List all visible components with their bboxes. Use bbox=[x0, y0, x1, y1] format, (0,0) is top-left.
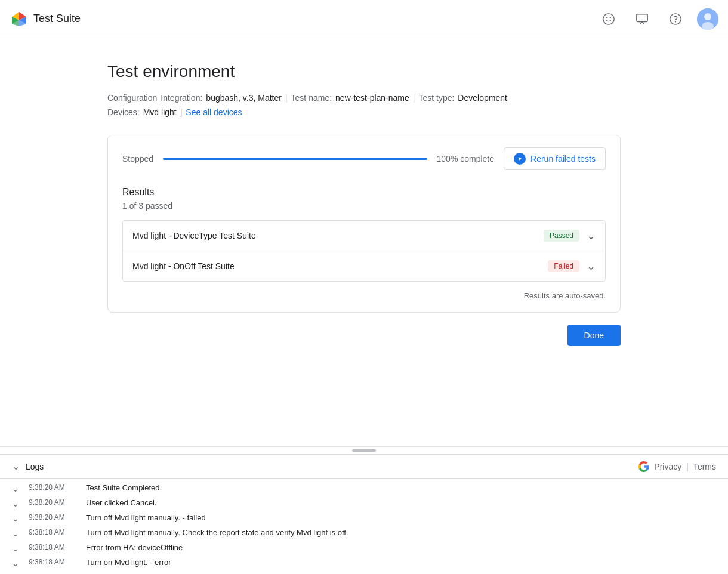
progress-bar-fill bbox=[163, 158, 427, 160]
links-separator: | bbox=[686, 462, 689, 471]
log-chevron-icon: ⌄ bbox=[12, 514, 19, 523]
devices-row: Devices: Mvd light | See all devices bbox=[107, 107, 621, 117]
status-badge: Failed bbox=[548, 260, 579, 272]
status-badge: Passed bbox=[544, 230, 579, 242]
chevron-down-icon: ⌄ bbox=[587, 260, 596, 273]
svg-point-5 bbox=[670, 13, 681, 24]
log-time: 9:38:20 AM bbox=[29, 483, 76, 492]
main-content: Test environment Configuration Integrati… bbox=[0, 38, 728, 455]
test-name: Mvd light - DeviceType Test Suite bbox=[132, 231, 256, 240]
log-time: 9:38:18 AM bbox=[29, 558, 76, 566]
integration-label: Integration: bbox=[161, 93, 202, 103]
results-section: Results 1 of 3 passed Mvd light - Device… bbox=[122, 184, 606, 282]
drag-handle bbox=[352, 449, 376, 452]
log-message: Turn off Mvd light manually. Check the r… bbox=[86, 528, 348, 537]
see-all-devices-link[interactable]: See all devices bbox=[186, 107, 242, 117]
devices-sep: | bbox=[180, 107, 183, 117]
log-row[interactable]: ⌄ 9:38:18 AM Error from HA: deviceOfflin… bbox=[0, 541, 728, 556]
page-title: Test environment bbox=[107, 62, 621, 81]
play-icon bbox=[514, 153, 526, 165]
done-button[interactable]: Done bbox=[567, 325, 621, 346]
log-message: Test Suite Completed. bbox=[86, 483, 162, 492]
app-header: Test Suite bbox=[0, 0, 728, 38]
test-item-right: Failed ⌄ bbox=[548, 260, 596, 273]
logs-panel: ⌄ Logs Privacy | Terms ⌄ 9:38:20 AM Test… bbox=[0, 446, 728, 574]
google-logo-icon bbox=[638, 461, 649, 472]
test-type-label: Test type: bbox=[418, 93, 454, 103]
progress-section: Stopped 100% complete Rerun failed tests bbox=[122, 147, 606, 170]
progress-percent: 100% complete bbox=[437, 154, 495, 163]
progress-card: Stopped 100% complete Rerun failed tests… bbox=[107, 135, 621, 313]
chevron-down-icon: ⌄ bbox=[587, 229, 596, 242]
sep1: | bbox=[285, 93, 288, 103]
log-chevron-icon: ⌄ bbox=[12, 558, 19, 568]
app-title: Test Suite bbox=[33, 13, 81, 25]
app-logo-icon bbox=[10, 10, 29, 29]
test-type-value: Development bbox=[458, 93, 507, 103]
results-count: 1 of 3 passed bbox=[122, 201, 606, 211]
log-message: Turn off Mvd light manually. - failed bbox=[86, 513, 206, 522]
terms-link[interactable]: Terms bbox=[693, 462, 716, 471]
log-time: 9:38:20 AM bbox=[29, 513, 76, 521]
logs-header: ⌄ Logs Privacy | Terms bbox=[0, 455, 728, 479]
logs-header-left: ⌄ Logs bbox=[12, 461, 44, 472]
logs-content: ⌄ 9:38:20 AM Test Suite Completed. ⌄ 9:3… bbox=[0, 479, 728, 574]
log-chevron-icon: ⌄ bbox=[12, 529, 19, 538]
config-row: Configuration Integration: bugbash, v.3,… bbox=[107, 93, 621, 103]
header-left: Test Suite bbox=[10, 10, 81, 29]
test-item[interactable]: Mvd light - OnOff Test Suite Failed ⌄ bbox=[123, 251, 605, 281]
content-wrapper: Test environment Configuration Integrati… bbox=[95, 38, 633, 370]
privacy-link[interactable]: Privacy bbox=[654, 462, 681, 471]
test-item[interactable]: Mvd light - DeviceType Test Suite Passed… bbox=[123, 221, 605, 251]
devices-value: Mvd light bbox=[143, 107, 177, 117]
log-chevron-icon: ⌄ bbox=[12, 484, 19, 493]
svg-point-8 bbox=[704, 13, 711, 20]
drag-bar[interactable] bbox=[0, 447, 728, 455]
user-avatar[interactable] bbox=[697, 8, 718, 30]
rerun-failed-tests-button[interactable]: Rerun failed tests bbox=[504, 147, 606, 170]
svg-point-1 bbox=[603, 13, 614, 24]
progress-bar-container bbox=[163, 158, 427, 160]
logs-title: Logs bbox=[26, 462, 44, 471]
rerun-btn-label: Rerun failed tests bbox=[530, 154, 596, 163]
results-title: Results bbox=[122, 187, 606, 197]
test-name-value: new-test-plan-name bbox=[335, 93, 409, 103]
log-chevron-icon: ⌄ bbox=[12, 499, 19, 508]
log-time: 9:38:18 AM bbox=[29, 543, 76, 551]
log-time: 9:38:20 AM bbox=[29, 498, 76, 507]
log-row[interactable]: ⌄ 9:38:20 AM Test Suite Completed. bbox=[0, 481, 728, 496]
bottom-actions: Done bbox=[107, 313, 621, 358]
logs-toggle-icon[interactable]: ⌄ bbox=[12, 461, 20, 472]
test-name: Mvd light - OnOff Test Suite bbox=[132, 261, 235, 271]
progress-status: Stopped bbox=[122, 154, 153, 163]
log-time: 9:38:18 AM bbox=[29, 528, 76, 536]
chat-icon[interactable] bbox=[630, 7, 654, 31]
emoji-icon[interactable] bbox=[597, 7, 621, 31]
log-chevron-icon: ⌄ bbox=[12, 544, 19, 553]
logs-footer-links: Privacy | Terms bbox=[638, 461, 716, 472]
log-row[interactable]: ⌄ 9:38:20 AM Turn off Mvd light manually… bbox=[0, 511, 728, 526]
devices-label: Devices: bbox=[107, 107, 140, 117]
test-item-right: Passed ⌄ bbox=[544, 229, 596, 242]
log-row[interactable]: ⌄ 9:38:18 AM Turn on Mvd light. - error bbox=[0, 556, 728, 570]
log-message: Turn on Mvd light. - error bbox=[86, 558, 171, 567]
test-list: Mvd light - DeviceType Test Suite Passed… bbox=[122, 220, 606, 282]
config-label: Configuration bbox=[107, 93, 157, 103]
log-message: User clicked Cancel. bbox=[86, 498, 157, 507]
log-row[interactable]: ⌄ 9:38:17 AM Turn on Mvd light. Check th… bbox=[0, 570, 728, 574]
log-row[interactable]: ⌄ 9:38:20 AM User clicked Cancel. bbox=[0, 496, 728, 511]
log-row[interactable]: ⌄ 9:38:18 AM Turn off Mvd light manually… bbox=[0, 526, 728, 541]
test-name-label: Test name: bbox=[291, 93, 332, 103]
svg-rect-4 bbox=[637, 14, 647, 21]
auto-saved-notice: Results are auto-saved. bbox=[122, 282, 606, 300]
integration-value: bugbash, v.3, Matter bbox=[206, 93, 282, 103]
help-icon[interactable] bbox=[664, 7, 687, 31]
log-message: Error from HA: deviceOffline bbox=[86, 543, 183, 552]
svg-marker-10 bbox=[519, 157, 522, 161]
sep2: | bbox=[413, 93, 415, 103]
header-right bbox=[597, 7, 718, 31]
